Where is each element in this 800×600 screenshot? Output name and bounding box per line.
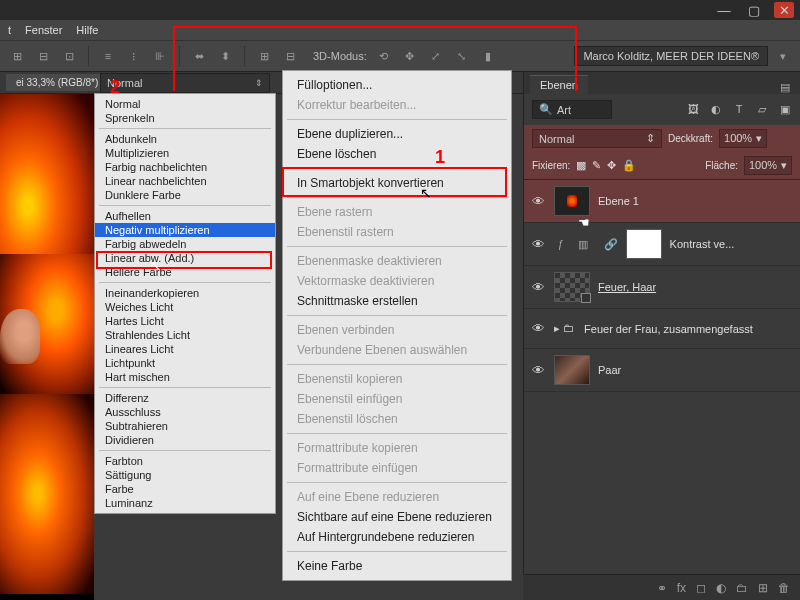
3d-camera-icon[interactable]: ▮ xyxy=(479,47,497,65)
layer-name[interactable]: Kontrast ve... xyxy=(670,238,735,250)
close-button[interactable]: ✕ xyxy=(774,2,794,18)
layer-name[interactable]: Ebene 1 xyxy=(598,195,639,207)
blend-mode-option[interactable]: Farbig abwedeln xyxy=(95,237,275,251)
3d-icon[interactable]: ⊟ xyxy=(281,47,299,65)
layer-name[interactable]: Feuer, Haar xyxy=(598,281,656,293)
distribute-icon[interactable]: ⫶ xyxy=(125,47,143,65)
layer-row[interactable]: 👁ƒ▥🔗Kontrast ve... xyxy=(524,223,800,266)
filter-shape-icon[interactable]: ▱ xyxy=(755,103,769,116)
3d-scale-icon[interactable]: ⤡ xyxy=(453,47,471,65)
layer-mask-icon[interactable]: ◻ xyxy=(696,581,706,595)
blend-mode-option[interactable]: Farbig nachbelichten xyxy=(95,160,275,174)
filter-smart-icon[interactable]: ▣ xyxy=(778,103,792,116)
panel-tab-layers[interactable]: Ebenen xyxy=(530,75,588,94)
blend-mode-option[interactable]: Multiplizieren xyxy=(95,146,275,160)
blend-mode-dropdown[interactable]: Normal ⇕ xyxy=(100,73,270,93)
context-menu-item[interactable]: Ebene duplizieren... xyxy=(283,124,511,144)
opacity-input[interactable]: 100%▾ xyxy=(719,129,767,148)
filter-adjust-icon[interactable]: ◐ xyxy=(709,103,723,116)
blend-mode-option[interactable]: Linear nachbelichten xyxy=(95,174,275,188)
blend-mode-option[interactable]: Dunklere Farbe xyxy=(95,188,275,202)
minimize-button[interactable]: — xyxy=(714,2,734,18)
context-menu-item[interactable]: Keine Farbe xyxy=(283,556,511,576)
menu-item-hilfe[interactable]: Hilfe xyxy=(76,24,98,36)
blend-mode-option[interactable]: Farbe xyxy=(95,482,275,496)
chevron-down-icon[interactable]: ▾ xyxy=(774,47,792,65)
blend-mode-option[interactable]: Dividieren xyxy=(95,433,275,447)
layer-filter-dropdown[interactable]: 🔍 Art xyxy=(532,100,612,119)
panel-blend-dropdown[interactable]: Normal ⇕ xyxy=(532,129,662,148)
group-icon[interactable]: 🗀 xyxy=(736,581,748,595)
blend-mode-option[interactable]: Hartes Licht xyxy=(95,314,275,328)
context-menu-item[interactable]: Fülloptionen... xyxy=(283,75,511,95)
menu-item-fenster[interactable]: Fenster xyxy=(25,24,62,36)
layer-thumbnail[interactable] xyxy=(626,229,662,259)
blend-mode-option[interactable]: Sättigung xyxy=(95,468,275,482)
context-menu-item[interactable]: Sichtbare auf eine Ebene reduzieren xyxy=(283,507,511,527)
context-menu-item[interactable]: Auf Hintergrundebene reduzieren xyxy=(283,527,511,547)
panel-menu-icon[interactable]: ▤ xyxy=(776,81,794,94)
blend-mode-option[interactable]: Normal xyxy=(95,97,275,111)
layer-row[interactable]: 👁Ebene 1 xyxy=(524,180,800,223)
layer-thumbnail[interactable] xyxy=(554,272,590,302)
blend-mode-option[interactable]: Lichtpunkt xyxy=(95,356,275,370)
layer-name[interactable]: Paar xyxy=(598,364,621,376)
align-icon[interactable]: ⊡ xyxy=(60,47,78,65)
visibility-toggle[interactable]: 👁 xyxy=(532,237,546,252)
distribute-icon[interactable]: ⊪ xyxy=(151,47,169,65)
blend-mode-option[interactable]: Hart mischen xyxy=(95,370,275,384)
blend-mode-option[interactable]: Weiches Licht xyxy=(95,300,275,314)
document-tab[interactable]: ei 33,3% (RGB/8*) xyxy=(6,74,108,91)
context-menu-item[interactable]: Ebene löschen xyxy=(283,144,511,164)
context-menu-item[interactable]: Schnittmaske erstellen xyxy=(283,291,511,311)
distribute-icon[interactable]: ≡ xyxy=(99,47,117,65)
folder-icon[interactable]: ▸ 🗀 xyxy=(554,322,574,335)
link-layers-icon[interactable]: ⚭ xyxy=(657,581,667,595)
visibility-toggle[interactable]: 👁 xyxy=(532,363,546,378)
adjustment-layer-icon[interactable]: ◐ xyxy=(716,581,726,595)
lock-all-icon[interactable]: 🔒 xyxy=(622,159,636,172)
filter-pixel-icon[interactable]: 🖼 xyxy=(686,103,700,116)
align-icon[interactable]: ⊟ xyxy=(34,47,52,65)
lock-position-icon[interactable]: ✥ xyxy=(607,159,616,172)
visibility-toggle[interactable]: 👁 xyxy=(532,194,546,209)
delete-layer-icon[interactable]: 🗑 xyxy=(778,581,790,595)
layer-thumbnail[interactable] xyxy=(554,355,590,385)
blend-mode-option[interactable]: Strahlendes Licht xyxy=(95,328,275,342)
lock-pixels-icon[interactable]: ✎ xyxy=(592,159,601,172)
layer-row[interactable]: 👁▸ 🗀Feuer der Frau, zusammengefasst xyxy=(524,309,800,349)
user-box[interactable]: Marco Kolditz, MEER DER IDEEN® xyxy=(574,46,768,66)
3d-icon[interactable]: ⬍ xyxy=(216,47,234,65)
blend-mode-option[interactable]: Differenz xyxy=(95,391,275,405)
blend-mode-option[interactable]: Hellere Farbe xyxy=(95,265,275,279)
blend-mode-option[interactable]: Luminanz xyxy=(95,496,275,510)
3d-orbit-icon[interactable]: ⟲ xyxy=(375,47,393,65)
align-icon[interactable]: ⊞ xyxy=(8,47,26,65)
layer-style-icon[interactable]: fx xyxy=(677,581,686,595)
canvas[interactable] xyxy=(0,94,94,600)
3d-slide-icon[interactable]: ⤢ xyxy=(427,47,445,65)
blend-mode-option[interactable]: Aufhellen xyxy=(95,209,275,223)
blend-mode-option[interactable]: Abdunkeln xyxy=(95,132,275,146)
blend-mode-option[interactable]: Ineinanderkopieren xyxy=(95,286,275,300)
3d-icon[interactable]: ⬌ xyxy=(190,47,208,65)
3d-icon[interactable]: ⊞ xyxy=(255,47,273,65)
visibility-toggle[interactable]: 👁 xyxy=(532,321,546,336)
blend-mode-option[interactable]: Ausschluss xyxy=(95,405,275,419)
lock-transparency-icon[interactable]: ▩ xyxy=(576,159,586,172)
layer-row[interactable]: 👁Paar xyxy=(524,349,800,392)
menu-item[interactable]: t xyxy=(8,24,11,36)
blend-mode-option[interactable]: Lineares Licht xyxy=(95,342,275,356)
blend-mode-option[interactable]: Linear abw. (Add.) xyxy=(95,251,275,265)
blend-mode-option[interactable]: Subtrahieren xyxy=(95,419,275,433)
layer-name[interactable]: Feuer der Frau, zusammengefasst xyxy=(584,323,753,335)
context-menu-item[interactable]: In Smartobjekt konvertieren xyxy=(283,173,511,193)
blend-mode-option[interactable]: Farbton xyxy=(95,454,275,468)
visibility-toggle[interactable]: 👁 xyxy=(532,280,546,295)
blend-mode-option[interactable]: Negativ multiplizieren xyxy=(95,223,275,237)
blend-mode-option[interactable]: Sprenkeln xyxy=(95,111,275,125)
3d-pan-icon[interactable]: ✥ xyxy=(401,47,419,65)
new-layer-icon[interactable]: ⊞ xyxy=(758,581,768,595)
fill-input[interactable]: 100%▾ xyxy=(744,156,792,175)
layer-thumbnail[interactable] xyxy=(554,186,590,216)
